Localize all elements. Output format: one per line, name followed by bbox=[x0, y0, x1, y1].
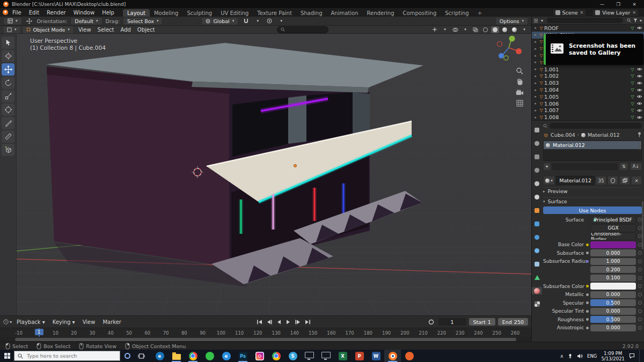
property-field-specular-tint[interactable]: 0.000 bbox=[590, 308, 636, 315]
property-field-subsurface-color[interactable] bbox=[590, 283, 636, 290]
taskbar-app-chrome-profile-2[interactable] bbox=[268, 350, 284, 362]
start-button[interactable] bbox=[0, 350, 14, 362]
taskbar-app-edge[interactable]: e bbox=[218, 350, 235, 362]
xray-toggle-icon[interactable] bbox=[471, 26, 480, 33]
prev-keyframe-button[interactable] bbox=[265, 318, 274, 326]
workspace-tab-modeling[interactable]: Modeling bbox=[150, 9, 183, 17]
taskbar-app-remote-desktop-2[interactable] bbox=[318, 350, 334, 362]
overlays-dropdown[interactable]: ▾ bbox=[461, 26, 470, 33]
visibility-eye-icon[interactable] bbox=[635, 101, 643, 106]
usb-device-icon[interactable] bbox=[568, 353, 573, 359]
outliner-item-1-003[interactable]: ▸▽1.003▽ bbox=[532, 79, 644, 86]
taskbar-app-photoshop[interactable]: Ps bbox=[235, 350, 251, 362]
properties-tab-view-layer[interactable] bbox=[532, 166, 542, 174]
swap-slots-button[interactable]: ⇅ bbox=[619, 162, 628, 171]
taskbar-app-powerpoint[interactable]: P bbox=[351, 350, 368, 362]
users-count-badge[interactable]: 35 bbox=[596, 176, 606, 185]
timeline-menu-keying[interactable]: Keying ▾ bbox=[49, 319, 79, 326]
workspace-tab-rendering[interactable]: Rendering bbox=[362, 9, 398, 17]
property-field-subsurface-radius[interactable]: 1.000 bbox=[590, 258, 636, 265]
taskbar-app-file-explorer[interactable] bbox=[168, 350, 185, 362]
tool-select-box[interactable] bbox=[2, 36, 14, 49]
expand-icon[interactable]: ▸ bbox=[533, 47, 538, 51]
breadcrumb-object[interactable]: Cube.004 bbox=[551, 132, 575, 138]
workspace-tab-shading[interactable]: Shading bbox=[296, 9, 327, 17]
taskbar-search[interactable] bbox=[14, 351, 120, 361]
expand-icon[interactable]: ▸ bbox=[533, 108, 538, 113]
properties-search[interactable] bbox=[543, 123, 642, 129]
camera-view-icon[interactable] bbox=[515, 87, 524, 97]
show-desktop-button[interactable] bbox=[639, 350, 642, 362]
menu-help[interactable]: Help bbox=[98, 9, 118, 16]
tool-move[interactable] bbox=[2, 63, 14, 76]
tool-transform[interactable] bbox=[2, 104, 14, 116]
transform-orientation-dropdown[interactable]: Global▾ bbox=[201, 17, 238, 25]
timeline-menu-playback[interactable]: Playback ▾ bbox=[13, 319, 49, 326]
property-field-value[interactable]: GGX bbox=[590, 224, 636, 232]
editor-type-dropdown[interactable]: ▾ bbox=[3, 17, 22, 25]
preview-panel-header[interactable]: ▸Preview bbox=[543, 187, 642, 195]
property-field-metallic[interactable]: 0.000 bbox=[590, 291, 636, 298]
action-center-icon[interactable] bbox=[629, 353, 635, 359]
expand-icon[interactable]: ▸ bbox=[533, 26, 538, 30]
speaker-icon[interactable] bbox=[577, 353, 583, 359]
properties-tab-object-data[interactable] bbox=[532, 274, 542, 281]
search-input[interactable] bbox=[26, 352, 108, 359]
viewport-menu-add[interactable]: Add bbox=[117, 27, 134, 33]
screenshot-notification[interactable]: Screenshot has been saved to Gallery bbox=[544, 34, 643, 65]
overlays-toggle-icon[interactable] bbox=[451, 26, 459, 33]
zoom-icon[interactable] bbox=[515, 66, 524, 76]
properties-tab-modifiers[interactable] bbox=[532, 220, 542, 227]
cortana-button[interactable] bbox=[120, 350, 134, 362]
snap-dropdown[interactable]: ▾ bbox=[253, 17, 262, 25]
material-slot-selected[interactable]: Material.012 bbox=[544, 141, 641, 149]
unlink-material-button[interactable]: ✕ bbox=[631, 176, 642, 185]
timeline-ruler[interactable]: -101020304050607080901001101201301401501… bbox=[0, 328, 531, 337]
workspace-tab-scripting[interactable]: Scripting bbox=[441, 9, 473, 17]
outliner-item-roof[interactable]: ▸▽ROOF▽ bbox=[532, 25, 644, 32]
close-button[interactable]: ✕ bbox=[628, 2, 641, 7]
visibility-eye-icon[interactable] bbox=[635, 26, 643, 30]
menu-file[interactable]: File bbox=[9, 9, 25, 16]
tray-chevron-icon[interactable]: ∧ bbox=[560, 353, 564, 359]
viewport-canvas[interactable]: User Perspective (1) Collection 8 | Cube… bbox=[17, 34, 531, 315]
filter-funnel-icon[interactable] bbox=[633, 18, 638, 23]
properties-tab-scene[interactable] bbox=[532, 180, 542, 187]
workspace-tab-sculpting[interactable]: Sculpting bbox=[182, 9, 216, 17]
properties-tab-material[interactable] bbox=[532, 287, 542, 294]
timeline-menu-view[interactable]: View bbox=[79, 319, 99, 326]
shading-wireframe-button[interactable] bbox=[481, 26, 489, 33]
outliner-item-1-005[interactable]: ▸▽1.005▽ bbox=[532, 93, 644, 100]
workspace-tab-layout[interactable]: Layout bbox=[123, 9, 150, 17]
property-field-roughness[interactable]: 0.500 bbox=[590, 316, 636, 323]
surface-panel-header[interactable]: ▾Surface bbox=[543, 197, 642, 205]
properties-tab-particles[interactable] bbox=[532, 233, 542, 241]
visibility-eye-icon[interactable] bbox=[635, 108, 643, 113]
timeline-menu-marker[interactable]: Marker bbox=[99, 319, 125, 326]
properties-scrollbar[interactable] bbox=[642, 201, 643, 249]
perspective-grid-icon[interactable] bbox=[515, 98, 524, 108]
tool-add-cube[interactable] bbox=[2, 144, 14, 156]
workspace-tab-uv-editing[interactable]: UV Editing bbox=[216, 9, 253, 17]
clock[interactable]: 1:09 PM 5/13/2021 bbox=[601, 351, 625, 361]
menu-edit[interactable]: Edit bbox=[25, 9, 43, 16]
property-field-specular[interactable]: 0.500 bbox=[590, 299, 636, 306]
taskbar-app-chrome[interactable] bbox=[185, 350, 201, 362]
property-field-base-color[interactable] bbox=[590, 241, 636, 248]
gizmo-dropdown[interactable]: ▾ bbox=[441, 26, 449, 33]
timeline-editor-icon[interactable] bbox=[3, 319, 9, 324]
workspace-tab-animation[interactable]: Animation bbox=[327, 9, 363, 17]
taskbar-app-whatsapp[interactable] bbox=[201, 350, 218, 362]
search-icon[interactable] bbox=[627, 18, 631, 23]
header-search-field[interactable] bbox=[277, 26, 328, 33]
gizmo-toggle-icon[interactable] bbox=[430, 26, 439, 33]
taskbar-app-instagram[interactable] bbox=[251, 350, 268, 362]
jump-to-start-button[interactable] bbox=[255, 318, 264, 326]
blender-menu-icon[interactable] bbox=[3, 10, 8, 15]
visibility-eye-icon[interactable] bbox=[635, 88, 643, 92]
use-nodes-button[interactable]: Use Nodes bbox=[543, 206, 642, 214]
taskbar-app-blender[interactable] bbox=[384, 350, 401, 362]
workspace-tab-compositing[interactable]: Compositing bbox=[399, 9, 441, 17]
current-frame-field[interactable]: 1 bbox=[438, 318, 466, 326]
properties-tab-constraints[interactable] bbox=[532, 260, 542, 268]
